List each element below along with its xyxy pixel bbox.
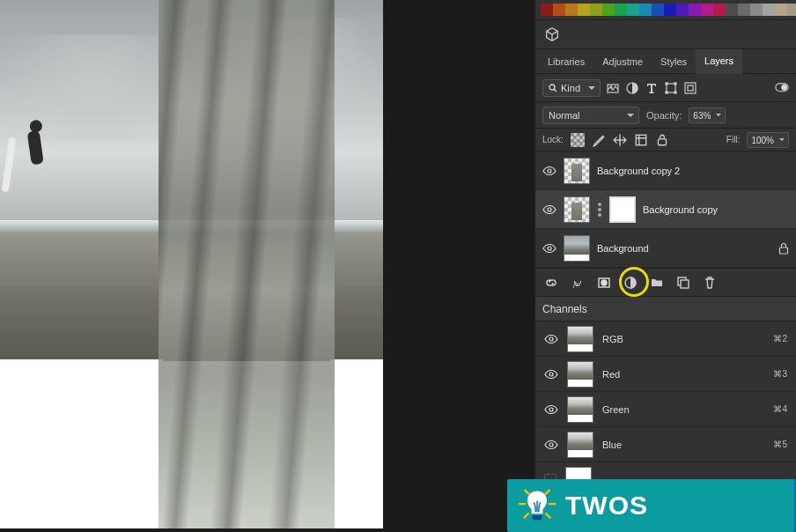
new-group-icon[interactable]: [650, 276, 664, 290]
link-mask-icon[interactable]: [597, 203, 602, 217]
svg-rect-15: [571, 133, 585, 147]
link-layers-icon[interactable]: [544, 276, 558, 290]
color-swatch[interactable]: [726, 4, 738, 16]
color-swatch[interactable]: [787, 4, 796, 16]
layer-style-icon[interactable]: fx: [571, 276, 585, 290]
swatch-grid[interactable]: [541, 4, 796, 16]
tab-libraries[interactable]: Libraries: [539, 49, 593, 74]
channel-name: RGB: [602, 334, 764, 344]
watermark-overlay: TWOS: [507, 479, 796, 532]
color-swatch[interactable]: [738, 4, 750, 16]
color-swatch[interactable]: [713, 4, 726, 16]
color-swatch[interactable]: [763, 4, 775, 16]
cube-icon[interactable]: [544, 27, 560, 41]
filter-pixel-icon[interactable]: [606, 81, 620, 95]
panel-menu-icon[interactable]: [782, 55, 796, 69]
eye-icon[interactable]: [544, 403, 558, 417]
eye-icon[interactable]: [544, 367, 558, 381]
channels-header[interactable]: Channels: [535, 297, 796, 321]
layer-thumbnail[interactable]: [564, 235, 590, 262]
lock-icon[interactable]: [778, 242, 789, 255]
channel-row[interactable]: Green ⌘4: [535, 392, 796, 427]
lock-position-icon[interactable]: [613, 133, 627, 147]
panel-dock-row: [535, 20, 796, 49]
layer-name[interactable]: Background copy: [643, 204, 718, 215]
color-swatch[interactable]: [750, 4, 763, 16]
document-canvas[interactable]: [0, 0, 383, 528]
fill-label: Fill:: [726, 135, 741, 144]
eye-icon[interactable]: [542, 164, 556, 178]
tab-styles[interactable]: Styles: [652, 49, 696, 74]
layer-mask-thumbnail[interactable]: [609, 196, 636, 223]
color-swatch[interactable]: [627, 4, 639, 16]
svg-point-33: [549, 373, 553, 376]
layer-filter-row: Kind: [535, 74, 796, 102]
layer-thumbnail[interactable]: [564, 158, 590, 184]
new-layer-icon[interactable]: [676, 276, 690, 290]
color-swatch[interactable]: [652, 4, 664, 16]
svg-point-24: [548, 247, 551, 250]
channel-thumbnail[interactable]: [567, 361, 593, 388]
color-swatch[interactable]: [541, 4, 553, 16]
color-swatch[interactable]: [565, 4, 578, 16]
svg-rect-20: [636, 135, 645, 144]
color-swatch[interactable]: [553, 4, 565, 16]
filter-type-icon[interactable]: [645, 81, 659, 95]
color-swatch[interactable]: [689, 4, 701, 16]
filter-smartobject-icon[interactable]: [683, 81, 697, 95]
color-swatch[interactable]: [664, 4, 676, 16]
blend-mode-value: Normal: [549, 110, 579, 121]
layer-thumbnail[interactable]: [564, 196, 590, 223]
tab-layers[interactable]: Layers: [696, 49, 742, 74]
channel-name: Red: [602, 369, 764, 380]
channel-row[interactable]: RGB ⌘2: [535, 321, 796, 357]
channel-row[interactable]: Blue ⌘5: [535, 427, 796, 462]
color-swatch[interactable]: [590, 4, 602, 16]
fill-value-input[interactable]: 100%: [747, 132, 789, 148]
layer-name[interactable]: Background copy 2: [597, 166, 680, 176]
color-swatch[interactable]: [578, 4, 590, 16]
filter-kind-select[interactable]: Kind: [542, 79, 601, 97]
filter-adjustment-icon[interactable]: [625, 81, 639, 95]
color-swatch[interactable]: [676, 4, 689, 16]
opacity-label: Opacity:: [646, 110, 682, 121]
add-mask-icon[interactable]: [597, 276, 611, 290]
lock-all-icon[interactable]: [655, 133, 669, 147]
trash-icon[interactable]: [703, 276, 717, 290]
filter-toggle-icon[interactable]: [775, 81, 789, 95]
channel-shortcut: ⌘3: [773, 369, 787, 379]
blend-mode-select[interactable]: Normal: [542, 107, 639, 124]
eye-icon[interactable]: [544, 332, 558, 346]
lock-artboard-icon[interactable]: [634, 133, 648, 147]
new-adjustment-layer-icon[interactable]: [623, 276, 638, 290]
eye-icon[interactable]: [544, 438, 558, 452]
channel-shortcut: ⌘4: [773, 404, 787, 414]
layer-row[interactable]: Background copy: [535, 190, 796, 229]
layers-list: Background copy 2 Background copy Backgr…: [535, 151, 796, 269]
filter-shape-icon[interactable]: [664, 81, 678, 95]
svg-point-4: [610, 85, 612, 87]
channel-thumbnail[interactable]: [567, 326, 593, 352]
svg-rect-7: [666, 83, 667, 85]
lock-brush-icon[interactable]: [592, 133, 606, 147]
layer-row[interactable]: Background: [535, 229, 796, 268]
layer-name[interactable]: Background: [597, 243, 649, 254]
panel-menu-icon[interactable]: [775, 302, 789, 316]
tab-adjustments[interactable]: Adjustme: [593, 49, 652, 74]
canvas-area[interactable]: [0, 0, 534, 532]
svg-point-28: [601, 280, 607, 285]
eye-icon[interactable]: [542, 203, 556, 217]
color-swatch[interactable]: [602, 4, 615, 16]
lock-label: Lock:: [542, 135, 564, 144]
channel-thumbnail[interactable]: [567, 432, 593, 458]
channel-thumbnail[interactable]: [567, 396, 593, 423]
layer-row[interactable]: Background copy 2: [535, 151, 796, 190]
color-swatch[interactable]: [775, 4, 787, 16]
eye-icon[interactable]: [542, 241, 556, 255]
opacity-value-input[interactable]: 63%: [689, 107, 726, 123]
color-swatch[interactable]: [701, 4, 713, 16]
color-swatch[interactable]: [639, 4, 652, 16]
channel-row[interactable]: Red ⌘3: [535, 357, 796, 392]
lock-transparent-icon[interactable]: [571, 133, 585, 147]
color-swatch[interactable]: [615, 4, 627, 16]
